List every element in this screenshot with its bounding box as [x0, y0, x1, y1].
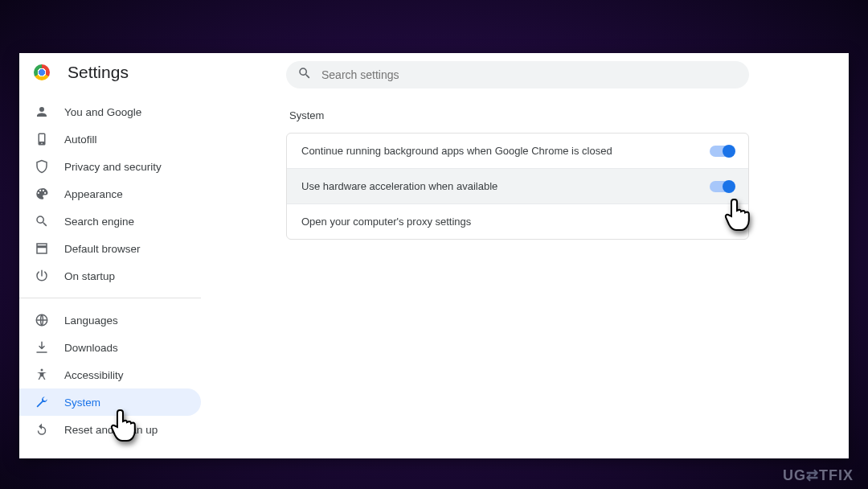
- sidebar-item-autofill[interactable]: Autofill: [19, 125, 201, 153]
- globe-icon: [34, 312, 50, 328]
- row-label: Use hardware acceleration when available: [301, 180, 497, 192]
- row-proxy-settings[interactable]: Open your computer's proxy settings: [287, 203, 748, 239]
- sidebar-item-label: You and Google: [64, 106, 141, 118]
- search-icon: [297, 66, 312, 84]
- chrome-logo-icon: [34, 64, 50, 80]
- sidebar-item-on-startup[interactable]: On startup: [19, 262, 201, 290]
- sidebar-item-appearance[interactable]: Appearance: [19, 180, 201, 208]
- toggle-hardware-acceleration[interactable]: [710, 181, 734, 192]
- sidebar-item-label: Appearance: [64, 188, 123, 200]
- sidebar-item-label: On startup: [64, 270, 115, 282]
- sidebar-item-label: Downloads: [64, 342, 118, 354]
- sidebar-divider: [19, 298, 201, 298]
- svg-point-1: [41, 369, 43, 372]
- clipboard-icon: [34, 131, 50, 147]
- row-label: Continue running background apps when Go…: [301, 145, 612, 157]
- sidebar-item-label: Reset and clean up: [64, 424, 158, 436]
- palette-icon: [34, 186, 50, 202]
- section-title: System: [286, 103, 749, 133]
- search-bar[interactable]: [286, 61, 749, 88]
- row-background-apps[interactable]: Continue running background apps when Go…: [287, 134, 748, 168]
- row-label: Open your computer's proxy settings: [301, 216, 471, 228]
- shield-icon: [34, 158, 50, 175]
- sidebar-item-default-browser[interactable]: Default browser: [19, 235, 201, 262]
- restore-icon: [34, 421, 50, 438]
- magnify-icon: [34, 213, 50, 229]
- settings-window: Settings You and Google Autofill Privacy…: [19, 53, 849, 458]
- sidebar-item-label: Default browser: [64, 243, 141, 255]
- watermark: UG⇄TFIX: [783, 466, 854, 484]
- sidebar-item-label: Languages: [64, 314, 118, 327]
- sidebar-item-search-engine[interactable]: Search engine: [19, 208, 201, 235]
- sidebar-item-reset[interactable]: Reset and clean up: [19, 416, 201, 443]
- download-icon: [34, 339, 50, 355]
- window-icon: [34, 240, 50, 257]
- sidebar-item-label: Accessibility: [64, 369, 124, 381]
- sidebar-item-privacy[interactable]: Privacy and security: [19, 153, 201, 180]
- accessibility-icon: [34, 367, 50, 383]
- sidebar-item-downloads[interactable]: Downloads: [19, 334, 201, 361]
- toggle-background-apps[interactable]: [710, 146, 734, 157]
- sidebar-item-accessibility[interactable]: Accessibility: [19, 361, 201, 388]
- wrench-icon: [34, 394, 50, 410]
- system-card: Continue running background apps when Go…: [286, 133, 749, 240]
- search-input[interactable]: [321, 68, 738, 81]
- power-icon: [34, 268, 50, 284]
- sidebar-item-label: System: [64, 397, 100, 409]
- sidebar-item-languages[interactable]: Languages: [19, 306, 201, 334]
- sidebar-item-label: Autofill: [64, 134, 97, 146]
- sidebar-item-label: Search engine: [64, 216, 134, 228]
- row-hardware-acceleration[interactable]: Use hardware acceleration when available: [287, 168, 748, 203]
- page-title: Settings: [68, 63, 129, 82]
- sidebar-item-you-and-google[interactable]: You and Google: [19, 98, 201, 125]
- sidebar-item-system[interactable]: System: [19, 388, 201, 416]
- main-content: System Continue running background apps …: [286, 103, 749, 240]
- sidebar: You and Google Autofill Privacy and secu…: [19, 97, 212, 443]
- sidebar-item-label: Privacy and security: [64, 161, 162, 173]
- person-icon: [34, 104, 50, 120]
